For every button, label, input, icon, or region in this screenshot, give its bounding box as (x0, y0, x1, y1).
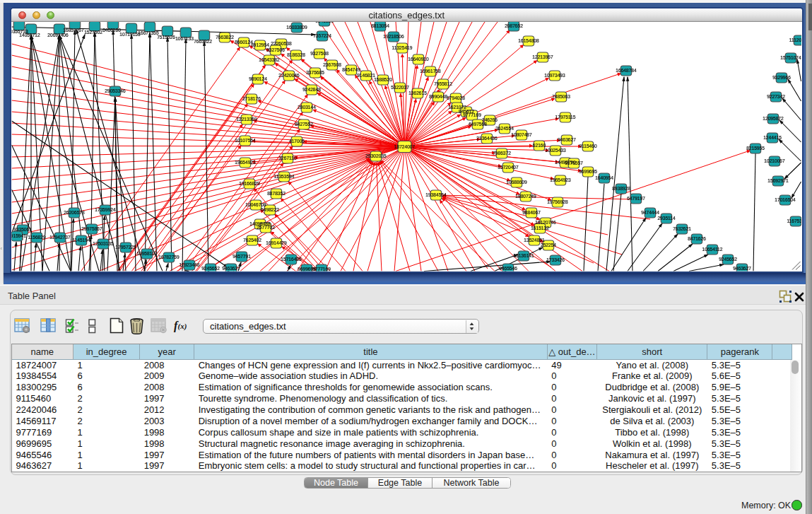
svg-text:9777169: 9777169 (463, 112, 481, 117)
svg-text:10025433: 10025433 (545, 148, 566, 153)
svg-text:10973493: 10973493 (544, 73, 565, 78)
svg-text:9457791: 9457791 (233, 254, 251, 259)
svg-text:22420046: 22420046 (278, 73, 300, 78)
svg-text:6466160: 6466160 (102, 28, 121, 33)
svg-text:16853267: 16853267 (63, 28, 84, 33)
svg-text:3624554: 3624554 (495, 126, 514, 131)
svg-text:8454749: 8454749 (342, 67, 360, 72)
svg-text:17359924: 17359924 (95, 207, 116, 212)
svg-text:8215955: 8215955 (746, 146, 765, 151)
svg-text:9335061: 9335061 (13, 227, 32, 232)
svg-text:9327508: 9327508 (310, 51, 329, 56)
svg-text:16961758: 16961758 (420, 69, 441, 74)
svg-text:7986372: 7986372 (493, 151, 511, 156)
svg-text:7663822: 7663822 (194, 39, 212, 44)
svg-text:3915941: 3915941 (8, 233, 26, 238)
svg-text:1527602: 1527602 (84, 30, 102, 35)
svg-text:12503135: 12503135 (93, 241, 114, 246)
svg-text:3375685: 3375685 (306, 70, 324, 75)
svg-text:8813054: 8813054 (371, 23, 389, 28)
svg-text:8912954: 8912954 (251, 42, 269, 47)
svg-text:2367608: 2367608 (323, 62, 341, 67)
svg-text:9777169: 9777169 (312, 267, 331, 271)
svg-text:8471626: 8471626 (688, 236, 706, 241)
svg-text:9463627: 9463627 (558, 137, 576, 142)
svg-text:9699695: 9699695 (579, 169, 597, 174)
svg-text:8186328: 8186328 (287, 52, 305, 57)
svg-text:10958107: 10958107 (136, 251, 158, 256)
svg-text:13524851: 13524851 (524, 238, 545, 243)
svg-text:9171557: 9171557 (565, 160, 583, 165)
svg-text:9245652: 9245652 (201, 266, 220, 271)
svg-text:22260538: 22260538 (271, 41, 292, 46)
svg-text:9327506: 9327506 (266, 47, 285, 52)
svg-text:2087652: 2087652 (505, 23, 523, 28)
svg-text:6794028: 6794028 (447, 95, 465, 100)
svg-text:6498222: 6498222 (261, 207, 279, 212)
svg-text:2935114: 2935114 (657, 216, 676, 221)
svg-text:1067133: 1067133 (175, 36, 194, 41)
svg-text:10654112: 10654112 (702, 247, 723, 252)
svg-text:16640910: 16640910 (408, 57, 429, 62)
svg-text:10807487: 10807487 (511, 132, 532, 137)
svg-text:19654923: 19654923 (235, 160, 256, 165)
svg-text:15136141: 15136141 (513, 253, 534, 258)
svg-text:9884067: 9884067 (522, 210, 541, 215)
svg-text:10688609: 10688609 (506, 180, 527, 185)
svg-text:7955812: 7955812 (434, 81, 452, 86)
svg-text:8938928: 8938928 (612, 186, 630, 191)
svg-text:62160: 62160 (533, 143, 546, 148)
svg-text:9227342: 9227342 (767, 94, 785, 99)
svg-text:11353594: 11353594 (274, 174, 295, 179)
svg-text:252254: 252254 (541, 243, 556, 247)
svg-text:15751074: 15751074 (780, 55, 801, 60)
svg-text:9329966: 9329966 (772, 75, 791, 80)
svg-text:2803144: 2803144 (298, 105, 316, 110)
svg-text:9245652: 9245652 (719, 257, 737, 262)
svg-text:1640954: 1640954 (595, 175, 613, 180)
svg-text:9463627: 9463627 (733, 266, 751, 271)
svg-text:20691406: 20691406 (47, 33, 69, 37)
svg-text:19218506: 19218506 (383, 34, 404, 39)
svg-text:1733426: 1733426 (546, 257, 565, 262)
svg-text:18807249: 18807249 (515, 194, 536, 199)
svg-text:7515526: 7515526 (157, 35, 175, 40)
svg-text:9465546: 9465546 (499, 266, 517, 271)
svg-text:16648784: 16648784 (616, 68, 637, 73)
svg-text:15716485: 15716485 (281, 257, 302, 262)
svg-text:1145194: 1145194 (72, 238, 90, 243)
svg-text:(x): (x) (178, 322, 187, 331)
svg-text:7485063: 7485063 (552, 94, 570, 99)
svg-text:16671355: 16671355 (138, 30, 159, 35)
svg-text:21364436: 21364436 (476, 136, 498, 141)
svg-text:10210067: 10210067 (764, 158, 785, 163)
svg-text:29975867: 29975867 (81, 226, 102, 231)
svg-text:9463627: 9463627 (222, 266, 240, 271)
svg-text:8427552: 8427552 (295, 122, 313, 127)
svg-text:1588520: 1588520 (374, 77, 392, 82)
svg-text:1362615: 1362615 (408, 90, 427, 95)
svg-text:7663822: 7663822 (216, 35, 234, 40)
svg-text:1156829: 1156829 (28, 235, 46, 240)
svg-text:16543382: 16543382 (259, 57, 280, 62)
svg-text:11325419: 11325419 (392, 45, 413, 50)
svg-text:16033809: 16033809 (286, 25, 307, 30)
svg-text:26206578: 26206578 (64, 210, 85, 215)
svg-text:7625402: 7625402 (243, 238, 261, 243)
svg-text:16120746: 16120746 (535, 220, 556, 225)
svg-text:1167533: 1167533 (787, 218, 805, 223)
svg-text:19654923: 19654923 (550, 177, 571, 182)
svg-text:9890124: 9890124 (249, 76, 267, 81)
svg-text:8990448: 8990448 (429, 94, 447, 99)
svg-text:10046708: 10046708 (245, 202, 266, 207)
svg-text:8878352: 8878352 (267, 191, 286, 196)
svg-text:417006: 417006 (289, 139, 305, 144)
svg-text:7357224: 7357224 (313, 33, 331, 38)
svg-text:6497568: 6497568 (469, 122, 487, 127)
svg-text:12095872: 12095872 (763, 116, 784, 121)
svg-text:17957225: 17957225 (115, 245, 136, 250)
svg-text:18724007: 18724007 (394, 144, 416, 149)
svg-text:14055712: 14055712 (19, 33, 40, 37)
svg-text:16782759: 16782759 (158, 255, 180, 259)
svg-text:15692971: 15692971 (767, 178, 789, 183)
